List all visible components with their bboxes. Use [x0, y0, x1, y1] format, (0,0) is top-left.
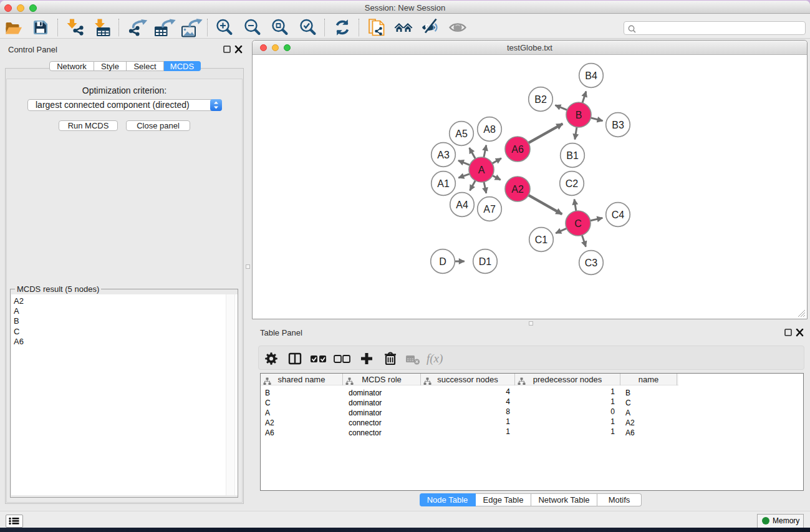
svg-text:C3: C3	[585, 258, 598, 268]
svg-text:B3: B3	[612, 120, 624, 130]
svg-text:Memory: Memory	[773, 516, 799, 525]
svg-text:B4: B4	[585, 70, 597, 81]
svg-text:D: D	[439, 256, 446, 267]
svg-text:A6: A6	[511, 144, 524, 155]
svg-text:C: C	[574, 218, 582, 229]
svg-text:A7: A7	[483, 204, 496, 215]
svg-text:B1: B1	[566, 150, 579, 161]
svg-text:C2: C2	[566, 178, 579, 189]
svg-text:C4: C4	[612, 210, 625, 220]
svg-text:A8: A8	[483, 124, 496, 135]
svg-text:B: B	[576, 110, 582, 120]
svg-text:C1: C1	[535, 235, 548, 245]
svg-text:D1: D1	[479, 256, 492, 267]
svg-text:A3: A3	[437, 150, 450, 160]
svg-text:A1: A1	[437, 178, 450, 189]
svg-text:A2: A2	[511, 184, 524, 195]
svg-text:A5: A5	[455, 128, 468, 139]
svg-text:f(x): f(x)	[427, 352, 443, 365]
svg-text:A: A	[478, 165, 485, 175]
svg-text:A4: A4	[456, 200, 468, 210]
svg-text:B2: B2	[534, 94, 547, 105]
